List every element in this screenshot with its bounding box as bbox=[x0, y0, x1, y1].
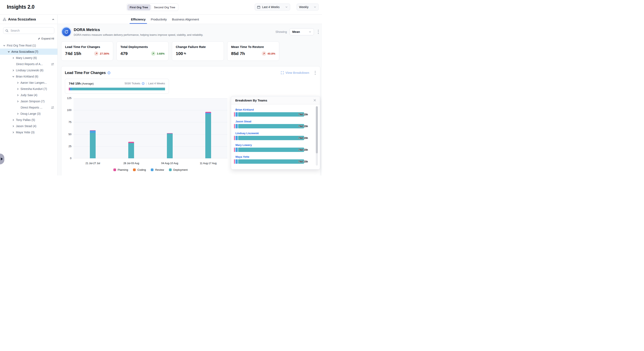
tree-item-label: Doug Lange (3) bbox=[20, 112, 40, 115]
legend-label: Coding bbox=[137, 168, 146, 171]
tree-item[interactable]: First Org Tree Root (1) bbox=[0, 42, 58, 49]
tree-item-label: Direct Reports of A... bbox=[16, 63, 43, 66]
breakdown-team-link[interactable]: Lindsay Liszewski bbox=[236, 132, 316, 135]
chart-bar[interactable] bbox=[128, 142, 134, 158]
metric-card: Change Failure Rate100% bbox=[172, 41, 224, 61]
date-range-select[interactable]: Last 4 Weeks bbox=[255, 4, 290, 11]
lead-time-kebab-menu[interactable] bbox=[314, 70, 317, 76]
scrollbar-track[interactable] bbox=[316, 106, 318, 166]
dora-title: DORA Metrics bbox=[74, 28, 203, 32]
gridline bbox=[74, 146, 228, 147]
expand-all-button[interactable]: Expand All bbox=[3, 37, 54, 40]
tree-item[interactable]: Jason Simpson (7) bbox=[0, 98, 58, 104]
tree-item-label: Judy Saw (4) bbox=[20, 93, 38, 97]
tab-efficiency[interactable]: Efficiency bbox=[131, 15, 146, 24]
breakdown-value-label: 74d 15h bbox=[298, 148, 308, 151]
dora-cycle-icon bbox=[62, 28, 71, 36]
close-icon[interactable] bbox=[312, 98, 317, 103]
scrollbar-thumb[interactable] bbox=[316, 106, 318, 153]
breakdown-bar: 74d 15h bbox=[234, 148, 308, 152]
metric-cards-row: Lead Time For Changes74d 15h27.56%Total … bbox=[61, 41, 319, 61]
tree-item[interactable]: Jason Stead (4) bbox=[0, 123, 58, 129]
tree-item[interactable]: Maya Yette (3) bbox=[0, 129, 58, 135]
y-axis-tick-label: 0 bbox=[61, 157, 72, 160]
breakdown-team-link[interactable]: Maya Yette bbox=[236, 155, 316, 158]
metric-card: Lead Time For Changes74d 15h27.56% bbox=[61, 41, 113, 61]
breakdown-segment-planning bbox=[234, 159, 235, 164]
tree-item[interactable]: Brian Kirkland (6) bbox=[0, 73, 58, 80]
tree-item[interactable]: Tony Pallas (5) bbox=[0, 117, 58, 123]
breakdown-bar: 74d 15h bbox=[234, 159, 308, 164]
metric-card-unit: % bbox=[184, 52, 186, 55]
breakdown-segment-review bbox=[236, 112, 238, 117]
metric-card: Total Deployments4793.68% bbox=[116, 41, 168, 61]
view-breakdown-label: View Breakdown bbox=[286, 71, 309, 74]
trend-up-arrow-icon bbox=[262, 51, 266, 56]
tree-item[interactable]: Aaron Van Langen... bbox=[0, 80, 58, 86]
sidebar-search[interactable] bbox=[3, 27, 54, 34]
breakdown-segment-deployment bbox=[238, 124, 304, 128]
chevron-right-icon[interactable] bbox=[17, 100, 19, 103]
org-tree-toggle-option[interactable]: Second Org Tree bbox=[152, 4, 178, 10]
chevron-right-icon[interactable] bbox=[17, 88, 19, 90]
chevron-right-icon[interactable] bbox=[12, 119, 14, 121]
play-triangle-icon bbox=[1, 158, 3, 160]
search-input[interactable] bbox=[10, 29, 52, 33]
tree-item[interactable]: Direct Reports of A... bbox=[0, 61, 58, 67]
chart-bar[interactable] bbox=[205, 112, 211, 158]
metric-card-value: 479 bbox=[120, 51, 128, 56]
chevron-right-icon[interactable] bbox=[17, 94, 19, 96]
expand-all-label: Expand All bbox=[42, 37, 54, 40]
metric-card-title: Lead Time For Changes bbox=[65, 45, 109, 49]
sidebar-collapse-button[interactable] bbox=[52, 18, 54, 21]
filter-sliders-icon[interactable] bbox=[51, 106, 54, 109]
dora-kebab-menu[interactable] bbox=[317, 29, 320, 35]
chevron-right-icon[interactable] bbox=[12, 125, 14, 127]
info-icon[interactable] bbox=[108, 71, 110, 74]
filter-sliders-icon[interactable] bbox=[51, 63, 54, 66]
tree-item[interactable]: Sireesha Kunduri (7) bbox=[0, 86, 58, 92]
tree-item[interactable]: Lindsay Liszewski (8) bbox=[0, 67, 58, 73]
chevron-right-icon[interactable] bbox=[12, 131, 14, 134]
info-icon[interactable] bbox=[142, 82, 144, 85]
chevron-down-icon[interactable] bbox=[8, 51, 10, 53]
chart-bar[interactable] bbox=[90, 130, 96, 158]
tree-item[interactable]: Direct Reports ... bbox=[0, 104, 58, 111]
chevron-right-icon[interactable] bbox=[17, 82, 19, 84]
tab-productivity[interactable]: Productivity bbox=[151, 15, 167, 24]
chevron-right-icon[interactable] bbox=[12, 69, 14, 72]
dora-text: DORA Metrics DORA metrics measure softwa… bbox=[74, 28, 203, 36]
chevron-right-icon[interactable] bbox=[17, 113, 19, 115]
metric-card-value-row: 85d 7h40.8% bbox=[231, 51, 275, 56]
breakdown-team-link[interactable]: Mary Lowery bbox=[236, 143, 316, 147]
gridline bbox=[74, 134, 228, 135]
breakdown-segment-planning bbox=[234, 148, 235, 152]
tab-business-alignment[interactable]: Business Alignment bbox=[172, 15, 199, 24]
org-tree-toggle-option[interactable]: First Org Tree bbox=[127, 4, 150, 10]
org-chart-icon bbox=[3, 18, 6, 21]
granularity-select[interactable]: Weekly bbox=[296, 4, 319, 11]
chevron-down-icon[interactable] bbox=[12, 76, 14, 78]
breakdown-bar-segments bbox=[234, 124, 308, 128]
view-breakdown-button[interactable]: View Breakdown bbox=[281, 71, 309, 74]
tree-item-label: Sireesha Kunduri (7) bbox=[20, 87, 47, 91]
tree-item-label: Anna Scozzafava (7) bbox=[11, 50, 38, 53]
tree-item-label: Lindsay Liszewski (8) bbox=[16, 69, 43, 72]
breakdown-row: Jason Stead74d 15h bbox=[231, 120, 320, 128]
chevron-right-icon[interactable] bbox=[12, 57, 14, 59]
tree-item[interactable]: Judy Saw (4) bbox=[0, 92, 58, 98]
insights-app: Insights 2.0 First Org TreeSecond Org Tr… bbox=[0, 0, 322, 176]
aggregation-select[interactable]: Mean bbox=[290, 28, 314, 35]
breakdown-segment-planning bbox=[234, 112, 235, 117]
chevron-down-icon[interactable] bbox=[3, 45, 5, 47]
summary-meta: 5030 Tickets | Last 4 Weeks bbox=[124, 82, 165, 85]
breakdown-team-link[interactable]: Brian Kirkland bbox=[236, 108, 316, 111]
summary-value: 74d 15h bbox=[69, 82, 81, 85]
tree-item[interactable]: Doug Lange (3) bbox=[0, 111, 58, 117]
breakdown-team-link[interactable]: Jason Stead bbox=[236, 120, 316, 123]
org-tree-toggle: First Org TreeSecond Org Tree bbox=[126, 4, 178, 11]
tree-item[interactable]: Mary Lowery (6) bbox=[0, 55, 58, 61]
tree-item[interactable]: Anna Scozzafava (7) bbox=[0, 49, 58, 55]
chart-bar[interactable] bbox=[167, 133, 173, 158]
breakdown-panel-body: Brian Kirkland74d 15hJason Stead74d 15hL… bbox=[231, 104, 320, 164]
